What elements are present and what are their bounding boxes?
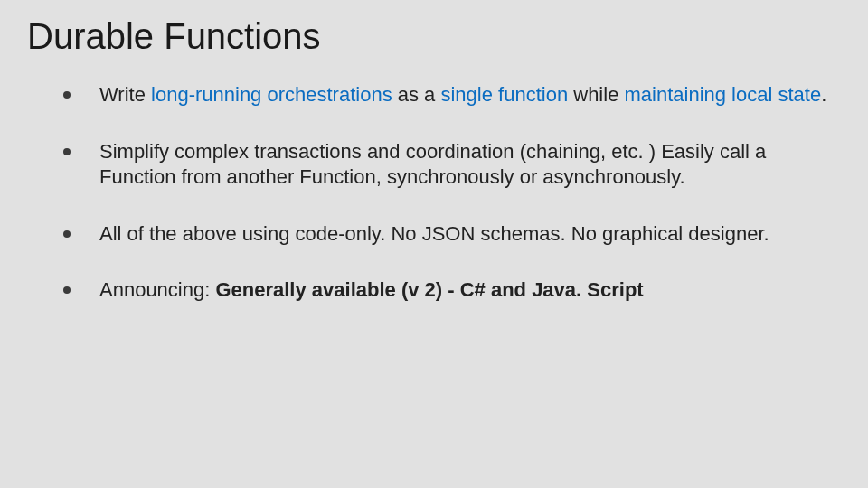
bullet-text-span: single function xyxy=(440,83,568,106)
bullet-item: Simplify complex transactions and coordi… xyxy=(63,139,841,191)
bullet-text-span: Announcing: xyxy=(99,278,215,301)
bullet-text-span: long-running orchestrations xyxy=(151,83,392,106)
bullet-item: Write long-running orchestrations as a s… xyxy=(63,82,841,108)
bullet-text-span: Simplify complex transactions and coordi… xyxy=(99,140,766,189)
bullet-list: Write long-running orchestrations as a s… xyxy=(27,82,841,304)
bullet-text-span: Generally available (v 2) - C# and Java.… xyxy=(215,278,643,301)
bullet-text-span: while xyxy=(568,83,624,106)
slide: Durable Functions Write long-running orc… xyxy=(0,0,868,488)
bullet-item: Announcing: Generally available (v 2) - … xyxy=(63,277,841,304)
bullet-item: All of the above using code-only. No JSO… xyxy=(63,221,841,248)
bullet-text-span: Write xyxy=(99,83,151,106)
bullet-text-span: as a xyxy=(392,83,441,106)
bullet-text-span: . xyxy=(821,83,826,106)
bullet-text-span: maintaining local state xyxy=(624,83,821,106)
slide-title: Durable Functions xyxy=(27,16,841,57)
bullet-text-span: All of the above using code-only. No JSO… xyxy=(99,222,769,245)
